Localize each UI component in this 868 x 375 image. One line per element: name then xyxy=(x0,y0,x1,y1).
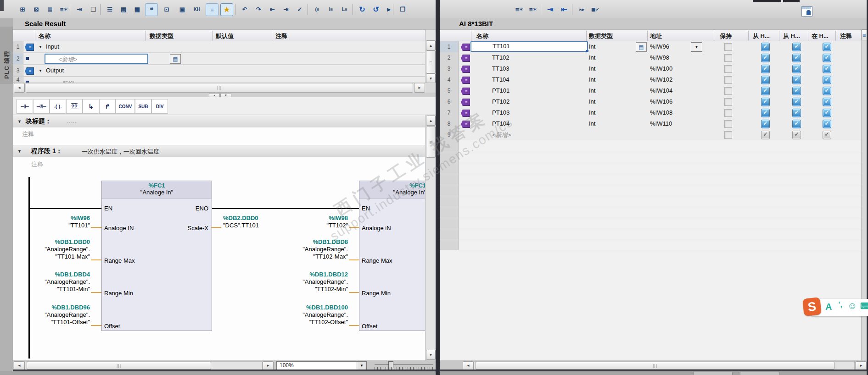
in-hmi-checkbox[interactable]: ✓ xyxy=(823,54,831,62)
block-title-value[interactable]: ..... xyxy=(67,118,77,124)
collapse-network-icon[interactable]: ▼ xyxy=(17,149,22,154)
align-lines-icon[interactable]: ☰ xyxy=(104,3,116,15)
tag-name[interactable]: <新增> xyxy=(492,131,511,139)
tag-address[interactable]: %IW96 xyxy=(650,43,669,50)
operand-address[interactable]: %DB1.DBD100 xyxy=(302,304,348,311)
canvas-scroll-left-icon[interactable]: ◄ xyxy=(14,361,25,370)
tag-address[interactable]: %IW104 xyxy=(650,87,672,94)
retain-checkbox[interactable] xyxy=(724,87,732,95)
fc-block-name[interactable]: "Analoge In" xyxy=(102,189,212,196)
expand-output-icon[interactable]: ▼ xyxy=(39,69,42,73)
from-hmi-checkbox[interactable]: ✓ xyxy=(761,54,770,62)
tag-name-edit-field[interactable]: TT101 xyxy=(471,42,588,51)
fc-block-address[interactable]: %FC1 xyxy=(102,182,212,189)
operand-name[interactable]: "TT102-Max" xyxy=(302,253,348,260)
tag-row[interactable]: 8 PT104 Int %IW110 ✓ ✓ ✓ xyxy=(440,118,861,130)
interface-scroll-right-icon[interactable]: ► xyxy=(414,83,425,93)
tag-name[interactable]: PT104 xyxy=(492,120,510,127)
from-hmi-checkbox-2[interactable]: ✓ xyxy=(792,87,801,95)
call-structure-icon[interactable]: (≡ xyxy=(311,3,323,15)
interface-row-output[interactable]: 3 ▼ Output xyxy=(13,65,427,77)
coil-button[interactable]: -( )- xyxy=(50,99,66,114)
operand-name[interactable]: "AnalogeRange". xyxy=(302,246,348,253)
in-hmi-checkbox[interactable]: ✓ xyxy=(823,65,831,73)
tag-row[interactable]: 4 TT104 Int %IW102 ✓ ✓ ✓ xyxy=(440,74,861,86)
expand-networks-icon[interactable]: ▦ xyxy=(131,3,143,15)
col-name[interactable]: 名称 xyxy=(476,32,488,40)
no-contact-button[interactable]: ⊣⊢ xyxy=(17,99,33,114)
symbol-absolute-icon[interactable]: KH xyxy=(191,3,203,15)
expand-input-icon[interactable]: ▼ xyxy=(39,45,42,49)
sub-button[interactable]: SUB xyxy=(135,99,151,114)
col-from-hmi-1[interactable]: 从 H... xyxy=(753,32,770,40)
retain-checkbox[interactable] xyxy=(724,76,732,84)
tag-row[interactable]: 1 TT101 Int %IW96 ✓ ✓ ✓ xyxy=(440,41,861,53)
pin-analoge-in[interactable]: Analoge IN xyxy=(104,225,134,232)
col-address[interactable]: 地址 xyxy=(650,32,662,40)
tag-name[interactable]: PT102 xyxy=(492,98,510,105)
from-hmi-checkbox[interactable]: ✓ xyxy=(761,43,770,51)
from-hmi-checkbox[interactable]: ✓ xyxy=(761,109,770,117)
interface-row-label[interactable]: Input xyxy=(46,43,59,50)
pin-en-2[interactable]: EN xyxy=(362,205,370,212)
tag-type[interactable]: Int xyxy=(589,87,595,94)
operand-address[interactable]: %DB2.DBD0 xyxy=(223,215,259,222)
from-hmi-checkbox-2[interactable]: ✓ xyxy=(792,65,801,73)
redo-icon[interactable]: ↷ xyxy=(252,3,264,15)
col-datatype[interactable]: 数据类型 xyxy=(150,32,174,40)
syntax-icon[interactable]: L≡ xyxy=(339,3,351,15)
tag-address[interactable]: %IW100 xyxy=(650,65,672,72)
in-hmi-checkbox[interactable]: ✓ xyxy=(823,131,831,139)
delete-network-icon[interactable]: ⊠ xyxy=(30,3,42,15)
from-hmi-checkbox[interactable]: ✓ xyxy=(761,76,770,84)
operand-name[interactable]: "TT101" xyxy=(68,222,90,229)
in-hmi-checkbox[interactable]: ✓ xyxy=(823,109,831,117)
from-hmi-checkbox-2[interactable]: ✓ xyxy=(792,131,801,139)
ladder-vscroll-thumb[interactable] xyxy=(426,127,436,158)
from-hmi-checkbox[interactable]: ✓ xyxy=(761,87,770,95)
export-icon[interactable]: ⇥ xyxy=(544,3,556,15)
retain-checkbox[interactable] xyxy=(724,65,732,73)
pin-scale-x[interactable]: Scale-X xyxy=(187,225,208,232)
close-branch-button[interactable]: ↱ xyxy=(99,99,116,114)
interface-row-label[interactable]: Output xyxy=(46,67,64,74)
operand-name[interactable]: "TT102-Offset" xyxy=(302,319,348,326)
block-comment-area[interactable]: 注释 xyxy=(13,127,436,145)
zoom-select[interactable]: 100% xyxy=(276,361,367,370)
tag-row-new[interactable]: 9 <新增> ✓ ✓ ✓ xyxy=(440,129,861,141)
name-edit-field[interactable]: <新增> xyxy=(45,54,148,64)
ladder-scroll-up-icon[interactable]: ▲ xyxy=(426,116,436,126)
from-hmi-checkbox-2[interactable]: ✓ xyxy=(792,43,801,51)
tag-row[interactable]: 5 PT101 Int %IW104 ✓ ✓ ✓ xyxy=(440,85,861,97)
zoom-value[interactable]: 100% xyxy=(280,362,294,369)
lock-operand-icon[interactable]: ❏ xyxy=(87,3,99,15)
retain-checkbox[interactable] xyxy=(724,54,732,62)
type-picker-button[interactable] xyxy=(636,42,647,52)
network-comment-placeholder[interactable]: 注释 xyxy=(31,160,43,169)
pin-range-max[interactable]: Range Max xyxy=(104,257,134,264)
insert-network-icon[interactable]: ⊞ xyxy=(17,3,28,15)
operand-name[interactable]: "TT101-Offset" xyxy=(45,319,90,326)
tag-name[interactable]: TT104 xyxy=(492,76,510,83)
tag-scroll-left-icon[interactable]: ◄ xyxy=(463,361,474,370)
retain-checkbox[interactable] xyxy=(724,43,732,51)
interface-scroll-down-icon[interactable]: ▼ xyxy=(426,73,436,83)
tag-address[interactable]: %IW108 xyxy=(650,109,672,116)
col-retain[interactable]: 保持 xyxy=(720,32,732,40)
from-hmi-checkbox[interactable]: ✓ xyxy=(761,65,770,73)
col-from-hmi-2[interactable]: 从 H... xyxy=(783,32,800,40)
operand-name[interactable]: "TT102" xyxy=(326,222,348,229)
from-hmi-checkbox-2[interactable]: ✓ xyxy=(792,76,801,84)
open-branch-button[interactable]: ↳ xyxy=(83,99,99,114)
address-dropdown-button[interactable] xyxy=(691,42,702,52)
fc-block-name[interactable]: "Analoge In" xyxy=(359,189,426,196)
interface-vscroll-thumb[interactable] xyxy=(426,50,436,73)
datatype-picker-button[interactable] xyxy=(170,54,181,64)
operand-tt102-offset[interactable]: %DB1.DBD100 "AnalogeRange". "TT102-Offse… xyxy=(302,304,348,326)
in-hmi-checkbox[interactable]: ✓ xyxy=(823,120,831,128)
col-name[interactable]: 名称 xyxy=(39,32,50,40)
pin-offset[interactable]: Offset xyxy=(104,323,120,330)
tag-name[interactable]: PT103 xyxy=(492,109,510,116)
operand-address[interactable]: %DB1.DBD8 xyxy=(302,238,348,246)
operand-tt101-offset[interactable]: %DB1.DBD96 "AnalogeRange". "TT101-Offset… xyxy=(45,304,90,326)
